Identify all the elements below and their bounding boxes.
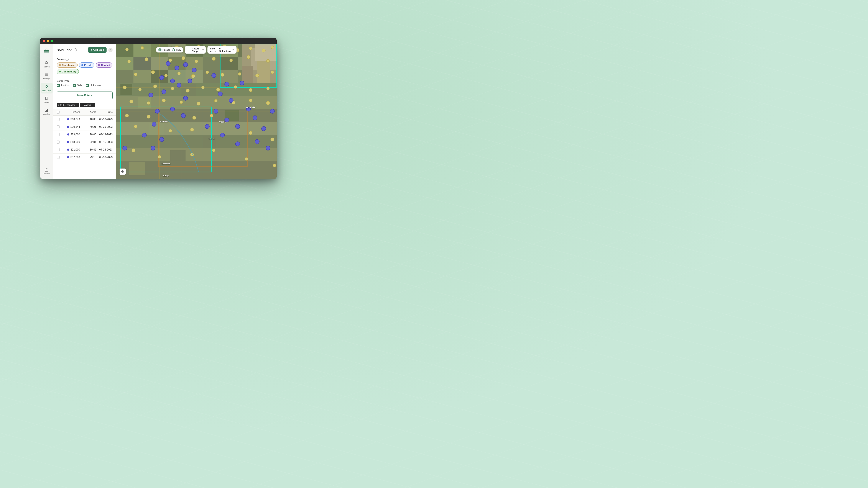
remove-price-filter[interactable]: × — [76, 104, 77, 106]
svg-rect-2 — [44, 52, 49, 53]
table-row[interactable]: $33,000 20.00 08-18-2023 — [53, 131, 116, 138]
svg-rect-61 — [257, 61, 270, 83]
auction-checkbox — [57, 84, 60, 87]
svg-point-87 — [195, 60, 198, 63]
plus-icon — [187, 48, 189, 51]
map-area[interactable]: Fresno Hanford Visalia Tulare Corcoran K… — [116, 44, 277, 179]
select-all-checkbox[interactable] — [57, 110, 60, 113]
svg-point-165 — [158, 155, 161, 158]
sidebar-item-listings-label: Listings — [43, 78, 50, 80]
briefcase-icon — [44, 167, 49, 172]
table-row[interactable]: $37,000 73.18 06-30-2023 — [53, 154, 116, 161]
source-filter-section: Source i Courthouse Private Curated — [53, 55, 116, 77]
main-content: Search Listings — [40, 44, 277, 179]
table-header: $/Acre Acres Date — [53, 109, 116, 116]
sidebar-item-saved-label: Saved — [44, 101, 50, 104]
location-button[interactable] — [120, 168, 126, 174]
acres-filter-chip[interactable]: ≥ 5 Acres × — [80, 103, 95, 107]
svg-point-134 — [181, 113, 186, 118]
price-per-acre-header: $/Acre — [64, 110, 80, 113]
svg-point-135 — [152, 122, 156, 126]
sidebar-item-listings[interactable]: Listings — [40, 71, 53, 82]
sidebar-item-sold-land[interactable]: Sold Land — [40, 83, 53, 94]
sold-land-info-icon[interactable]: i — [74, 48, 77, 52]
svg-point-99 — [238, 72, 241, 75]
row-checkbox-3[interactable] — [57, 133, 60, 136]
add-shape-button[interactable]: + Add Shape — [185, 46, 206, 54]
minimize-window-button[interactable] — [46, 40, 49, 42]
svg-rect-12 — [45, 169, 48, 171]
sale-label: Sale — [77, 84, 82, 87]
price-cell-6: $37,000 — [64, 156, 80, 159]
private-dot — [82, 64, 83, 66]
comp-type-sale[interactable]: Sale — [73, 84, 82, 87]
table-row[interactable]: $21,000 30.46 07-24-2023 — [53, 146, 116, 154]
svg-point-132 — [170, 107, 175, 111]
svg-rect-29 — [220, 57, 238, 70]
svg-point-138 — [151, 146, 155, 150]
svg-point-115 — [180, 101, 183, 104]
sidebar-item-insights[interactable]: Insights — [40, 106, 53, 117]
close-panel-button[interactable]: × — [108, 48, 113, 52]
svg-point-122 — [175, 66, 179, 70]
svg-point-96 — [191, 74, 195, 78]
source-contributory-tag[interactable]: Contributory — [57, 69, 79, 74]
source-curated-tag[interactable]: Curated — [96, 62, 113, 68]
svg-rect-45 — [116, 135, 277, 148]
add-sale-button[interactable]: + Add Sale — [88, 47, 106, 53]
svg-point-130 — [149, 93, 153, 97]
location-icon — [121, 170, 124, 173]
svg-point-156 — [270, 109, 275, 113]
svg-point-93 — [151, 70, 155, 74]
row-checkbox-1[interactable] — [57, 118, 60, 121]
price-cell-3: $33,000 — [64, 133, 80, 136]
svg-point-131 — [183, 96, 188, 100]
row-checkbox-5[interactable] — [57, 148, 60, 151]
filter-panel: Sold Land i + Add Sale × Source i Cour — [53, 44, 116, 179]
svg-rect-37 — [203, 70, 220, 83]
svg-point-147 — [220, 133, 225, 137]
comp-type-unknown[interactable]: Unknown — [86, 84, 101, 87]
svg-point-124 — [192, 68, 196, 72]
svg-point-117 — [214, 99, 217, 102]
panel-title-row: Sold Land i — [57, 48, 77, 52]
row-dot-5 — [67, 149, 69, 151]
unknown-checkbox — [86, 84, 89, 87]
svg-point-120 — [266, 101, 270, 105]
comp-type-auction[interactable]: Auction — [57, 84, 69, 87]
svg-point-137 — [159, 137, 164, 142]
svg-point-102 — [123, 86, 126, 89]
svg-point-107 — [202, 86, 205, 89]
fsa-radio[interactable]: FSA — [172, 48, 181, 52]
row-checkbox-4[interactable] — [57, 140, 60, 143]
sidebar-item-portfolio[interactable]: Portfolio — [40, 166, 53, 177]
remove-acres-filter[interactable]: × — [92, 104, 93, 106]
table-row[interactable]: $20,144 40.21 08-29-2023 — [53, 123, 116, 131]
source-private-tag[interactable]: Private — [79, 62, 95, 68]
svg-point-103 — [138, 88, 142, 91]
table-row[interactable]: $18,000 22.04 08-16-2023 — [53, 138, 116, 146]
auction-label: Auction — [61, 84, 69, 87]
source-courthouse-tag[interactable]: Courthouse — [57, 62, 78, 68]
svg-point-91 — [267, 59, 270, 62]
svg-text:Kings: Kings — [163, 174, 168, 177]
svg-line-4 — [47, 64, 48, 65]
parcel-radio[interactable]: Parcel — [158, 48, 170, 52]
sidebar-item-saved[interactable]: Saved — [40, 94, 53, 105]
row-checkbox-6[interactable] — [57, 156, 60, 159]
date-cell-4: 08-16-2023 — [96, 140, 113, 143]
acres-cell-6: 73.18 — [80, 156, 96, 159]
table-row[interactable]: $60,079 18.85 08-30-2023 — [53, 116, 116, 123]
maximize-window-button[interactable] — [51, 40, 53, 42]
svg-point-85 — [169, 59, 172, 62]
close-window-button[interactable] — [43, 40, 45, 42]
source-info-icon[interactable]: i — [65, 58, 69, 61]
data-table: $/Acre Acres Date $60,079 18.85 08-30-20… — [53, 109, 116, 179]
sidebar-item-search[interactable]: Search — [40, 59, 53, 70]
chevron-down-icon — [202, 49, 204, 51]
more-filters-button[interactable]: More Filters — [57, 92, 113, 99]
row-checkbox-2[interactable] — [57, 125, 60, 128]
svg-rect-46 — [116, 148, 277, 161]
price-filter-chip[interactable]: ≥ $1000 per acre × — [57, 103, 79, 107]
selections-chevron-icon — [232, 49, 234, 51]
